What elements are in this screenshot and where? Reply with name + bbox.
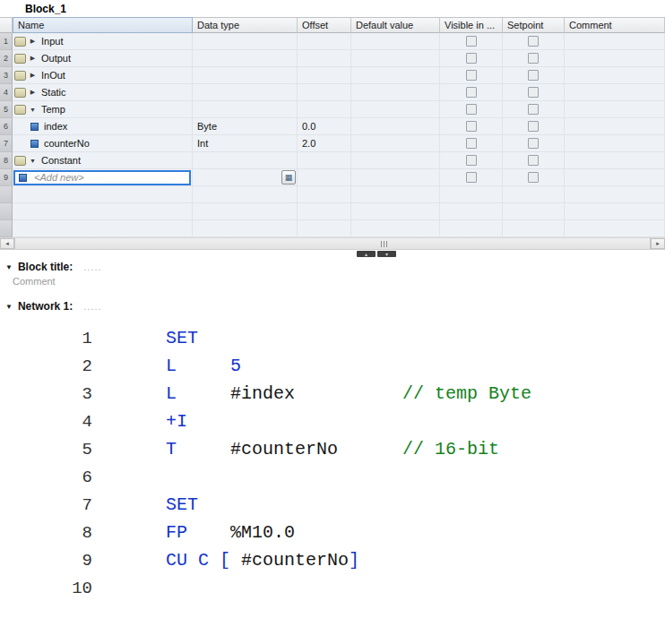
code-text[interactable]: SET — [92, 328, 198, 348]
data-type-cell[interactable]: ▦ — [193, 169, 298, 186]
row-number-cell[interactable]: 6 — [0, 118, 13, 135]
comment-cell[interactable] — [565, 50, 665, 67]
offset-cell[interactable] — [298, 67, 351, 84]
column-header-visible-in[interactable]: Visible in ... — [440, 17, 503, 33]
line-number[interactable]: 1 — [0, 329, 92, 348]
network-title-placeholder[interactable]: ..... — [83, 301, 101, 312]
row-number-cell[interactable]: 7 — [0, 135, 13, 152]
splitter-collapse-down-button[interactable]: ▾ — [377, 251, 396, 257]
setpoint-checkbox[interactable] — [528, 36, 539, 47]
setpoint-checkbox[interactable] — [528, 121, 539, 132]
offset-cell[interactable]: 0.0 — [298, 118, 351, 135]
row-number-cell[interactable]: 3 — [0, 67, 13, 84]
default-value-cell[interactable] — [351, 67, 440, 84]
code-text[interactable]: CU C [ #counterNo] — [92, 550, 359, 571]
visible-in-checkbox[interactable] — [466, 138, 477, 149]
scroll-left-button[interactable]: ◂ — [0, 238, 14, 249]
code-line[interactable]: 2L 5 — [0, 352, 665, 380]
row-number-cell[interactable]: 5 — [0, 101, 13, 118]
row-number-cell[interactable]: 8 — [0, 152, 13, 169]
visible-in-checkbox[interactable] — [466, 121, 477, 132]
code-text[interactable]: SET — [92, 494, 198, 515]
line-number[interactable]: 4 — [0, 412, 92, 432]
collapse-arrow-icon[interactable]: ▼ — [5, 263, 13, 271]
name-cell[interactable]: ▶InOut — [13, 67, 193, 84]
collapse-arrow-icon[interactable]: ▼ — [5, 303, 13, 311]
stl-code-editor[interactable]: 1SET2L 53L #index // temp Byte4+I5T #cou… — [0, 324, 665, 602]
column-header-default-value[interactable]: Default value — [351, 17, 440, 33]
name-cell[interactable]: ▼Constant — [13, 152, 193, 169]
row-number-cell[interactable]: 2 — [0, 50, 13, 67]
expand-arrow-icon[interactable]: ▶ — [29, 72, 37, 79]
data-type-cell[interactable] — [193, 152, 298, 169]
name-cell[interactable]: ▶Static — [13, 84, 193, 101]
code-text[interactable]: L 5 — [92, 356, 241, 376]
comment-cell[interactable] — [565, 118, 665, 135]
default-value-cell[interactable] — [351, 152, 440, 169]
line-number[interactable]: 3 — [0, 384, 92, 404]
column-header-name[interactable]: Name — [13, 17, 193, 33]
name-cell[interactable]: counterNo — [13, 135, 193, 152]
block-title-placeholder[interactable]: ..... — [83, 262, 101, 272]
visible-in-checkbox[interactable] — [466, 155, 477, 166]
data-type-cell[interactable] — [193, 50, 298, 67]
visible-in-checkbox[interactable] — [466, 87, 477, 98]
setpoint-checkbox[interactable] — [528, 172, 539, 183]
data-type-cell[interactable] — [193, 84, 298, 101]
offset-cell[interactable] — [298, 152, 351, 169]
scrollbar-thumb[interactable] — [14, 238, 651, 249]
data-type-cell[interactable]: Byte — [193, 118, 298, 135]
scrollbar-track[interactable] — [14, 238, 651, 249]
offset-cell[interactable] — [298, 169, 351, 186]
setpoint-checkbox[interactable] — [528, 104, 539, 115]
offset-cell[interactable] — [298, 84, 351, 101]
comment-cell[interactable] — [565, 84, 665, 101]
code-line[interactable]: 3L #index // temp Byte — [0, 380, 665, 408]
offset-cell[interactable] — [298, 50, 351, 67]
offset-cell[interactable] — [298, 101, 351, 118]
visible-in-checkbox[interactable] — [466, 172, 477, 183]
add-new-input[interactable]: <Add new> — [13, 170, 191, 185]
name-cell[interactable]: ▶Input — [13, 33, 193, 50]
default-value-cell[interactable] — [351, 118, 440, 135]
expand-arrow-icon[interactable]: ▶ — [29, 55, 37, 62]
name-cell[interactable]: index — [13, 118, 193, 135]
line-number[interactable]: 8 — [0, 523, 92, 543]
line-number[interactable]: 2 — [0, 356, 92, 376]
expand-arrow-icon[interactable]: ▶ — [29, 38, 37, 45]
offset-cell[interactable] — [298, 33, 351, 50]
data-type-cell[interactable] — [193, 101, 298, 118]
column-header-data-type[interactable]: Data type — [193, 17, 298, 33]
setpoint-checkbox[interactable] — [528, 53, 539, 64]
collapse-arrow-icon[interactable]: ▼ — [29, 158, 37, 164]
row-number-cell[interactable]: 1 — [0, 33, 13, 50]
line-number[interactable]: 6 — [0, 468, 92, 487]
data-type-cell[interactable]: Int — [193, 135, 298, 152]
code-line[interactable]: 5T #counterNo // 16-bit — [0, 435, 665, 463]
setpoint-checkbox[interactable] — [528, 155, 539, 166]
setpoint-checkbox[interactable] — [528, 87, 539, 98]
line-number[interactable]: 10 — [0, 579, 92, 598]
scroll-right-button[interactable]: ▸ — [651, 238, 665, 249]
code-text[interactable]: +I — [92, 411, 187, 432]
code-line[interactable]: 10 — [0, 574, 665, 602]
line-number[interactable]: 5 — [0, 440, 92, 459]
column-header-offset[interactable]: Offset — [298, 17, 351, 33]
code-line[interactable]: 8FP %M10.0 — [0, 519, 665, 546]
data-type-cell[interactable] — [193, 33, 298, 50]
table-corner-cell[interactable] — [0, 17, 13, 33]
block-comment-placeholder[interactable]: Comment — [0, 274, 665, 288]
name-cell[interactable]: ▶Output — [13, 50, 193, 67]
setpoint-checkbox[interactable] — [528, 138, 539, 149]
visible-in-checkbox[interactable] — [466, 36, 477, 47]
name-cell[interactable]: ▼Temp — [13, 101, 193, 118]
code-line[interactable]: 9CU C [ #counterNo] — [0, 546, 665, 574]
comment-cell[interactable] — [565, 33, 665, 50]
line-number[interactable]: 7 — [0, 495, 92, 515]
default-value-cell[interactable] — [351, 50, 440, 67]
code-line[interactable]: 4+I — [0, 408, 665, 435]
expand-arrow-icon[interactable]: ▶ — [29, 89, 37, 96]
setpoint-checkbox[interactable] — [528, 70, 539, 81]
default-value-cell[interactable] — [351, 169, 440, 186]
default-value-cell[interactable] — [351, 101, 440, 118]
